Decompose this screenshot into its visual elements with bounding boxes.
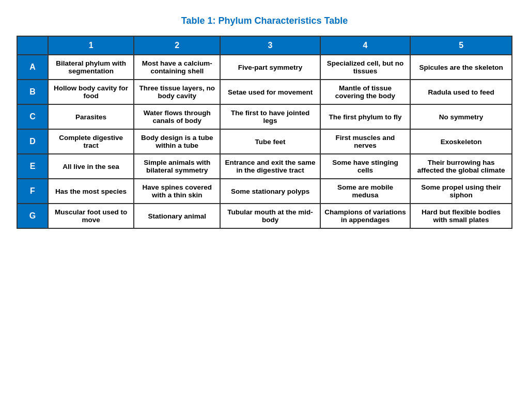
row-label-g: G	[17, 204, 48, 228]
row-label-f: F	[17, 179, 48, 204]
cell-e-4: Some have stinging cells	[320, 154, 411, 179]
col-header-3: 3	[220, 36, 320, 55]
cell-g-1: Muscular foot used to move	[48, 204, 134, 228]
cell-f-5: Some propel using their siphon	[410, 179, 512, 204]
cell-g-3: Tubular mouth at the mid-body	[220, 204, 320, 228]
cell-d-1: Complete digestive tract	[48, 129, 134, 154]
cell-d-5: Exoskeleton	[410, 129, 512, 154]
cell-g-2: Stationary animal	[134, 204, 220, 228]
cell-b-5: Radula used to feed	[410, 80, 512, 104]
cell-g-4: Champions of variations in appendages	[320, 204, 411, 228]
cell-g-5: Hard but flexible bodies with small plat…	[410, 204, 512, 228]
table-row: EAll live in the seaSimple animals with …	[17, 154, 512, 179]
cell-f-2: Have spines covered with a thin skin	[134, 179, 220, 204]
cell-b-4: Mantle of tissue covering the body	[320, 80, 411, 104]
cell-a-4: Specialized cell, but no tissues	[320, 55, 411, 80]
cell-c-5: No symmetry	[410, 104, 512, 129]
cell-b-1: Hollow body cavity for food	[48, 80, 134, 104]
cell-c-1: Parasites	[48, 104, 134, 129]
row-label-c: C	[17, 104, 48, 129]
cell-d-4: First muscles and nerves	[320, 129, 411, 154]
cell-f-4: Some are mobile medusa	[320, 179, 411, 204]
characteristics-table: 1 2 3 4 5 ABilateral phylum with segment…	[17, 36, 512, 229]
cell-c-4: The first phylum to fly	[320, 104, 411, 129]
page-wrapper: Table 1: Phylum Characteristics Table 1 …	[17, 15, 512, 229]
cell-c-3: The first to have jointed legs	[220, 104, 320, 129]
cell-c-2: Water flows through canals of body	[134, 104, 220, 129]
cell-a-1: Bilateral phylum with segmentation	[48, 55, 134, 80]
cell-e-1: All live in the sea	[48, 154, 134, 179]
col-header-4: 4	[320, 36, 411, 55]
table-row: GMuscular foot used to moveStationary an…	[17, 204, 512, 228]
col-header-2: 2	[134, 36, 220, 55]
cell-d-3: Tube feet	[220, 129, 320, 154]
cell-f-3: Some stationary polyps	[220, 179, 320, 204]
cell-a-3: Five-part symmetry	[220, 55, 320, 80]
cell-a-2: Most have a calcium-containing shell	[134, 55, 220, 80]
row-label-d: D	[17, 129, 48, 154]
cell-e-5: Their burrowing has affected the global …	[410, 154, 512, 179]
header-row: 1 2 3 4 5	[17, 36, 512, 55]
cell-b-3: Setae used for movement	[220, 80, 320, 104]
col-header-1: 1	[48, 36, 134, 55]
row-label-a: A	[17, 55, 48, 80]
col-header-5: 5	[410, 36, 512, 55]
table-row: BHollow body cavity for foodThree tissue…	[17, 80, 512, 104]
cell-e-2: Simple animals with bilateral symmetry	[134, 154, 220, 179]
cell-e-3: Entrance and exit the same in the digest…	[220, 154, 320, 179]
table-row: CParasitesWater flows through canals of …	[17, 104, 512, 129]
cell-d-2: Body design is a tube within a tube	[134, 129, 220, 154]
table-row: DComplete digestive tractBody design is …	[17, 129, 512, 154]
table-row: FHas the most speciesHave spines covered…	[17, 179, 512, 204]
corner-cell	[17, 36, 48, 55]
row-label-e: E	[17, 154, 48, 179]
row-label-b: B	[17, 80, 48, 104]
cell-b-2: Three tissue layers, no body cavity	[134, 80, 220, 104]
cell-f-1: Has the most species	[48, 179, 134, 204]
cell-a-5: Spicules are the skeleton	[410, 55, 512, 80]
table-row: ABilateral phylum with segmentationMost …	[17, 55, 512, 80]
table-title: Table 1: Phylum Characteristics Table	[17, 15, 512, 26]
